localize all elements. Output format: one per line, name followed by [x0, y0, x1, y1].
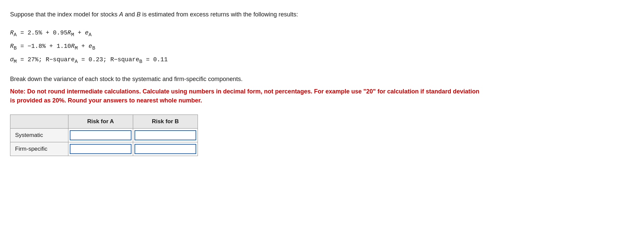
- table-row: Systematic: [10, 129, 198, 142]
- breakdown-paragraph: Break down the variance of each stock to…: [10, 75, 634, 84]
- col-header-risk-a: Risk for A: [68, 115, 133, 129]
- row-label-firm-specific: Firm-specific: [10, 142, 68, 156]
- answer-table-container: Risk for A Risk for B Systematic Firm-sp…: [10, 115, 634, 156]
- col-header-empty: [10, 115, 68, 129]
- firm-specific-risk-a-input[interactable]: [70, 145, 131, 153]
- firm-specific-risk-a-cell[interactable]: [68, 142, 133, 156]
- firm-specific-risk-b-cell[interactable]: [133, 142, 198, 156]
- eq2-label: RB = −1.8% + 1.10RM + eB: [10, 41, 95, 53]
- systematic-risk-b-input[interactable]: [135, 131, 196, 140]
- row-label-systematic: Systematic: [10, 129, 68, 142]
- eq3-label: σM = 27%; R−squareA = 0.23; R−squareB = …: [10, 54, 168, 67]
- firm-specific-risk-b-input[interactable]: [135, 145, 196, 153]
- equations-block: RA = 2.5% + 0.95RM + eA RB = −1.8% + 1.1…: [10, 27, 634, 67]
- risk-table: Risk for A Risk for B Systematic Firm-sp…: [10, 115, 198, 156]
- intro-paragraph: Suppose that the index model for stocks …: [10, 10, 634, 19]
- col-header-risk-b: Risk for B: [133, 115, 198, 129]
- systematic-risk-a-cell[interactable]: [68, 129, 133, 142]
- systematic-risk-a-input[interactable]: [70, 131, 131, 140]
- systematic-risk-b-cell[interactable]: [133, 129, 198, 142]
- note-paragraph: Note: Do not round intermediate calculat…: [10, 87, 480, 105]
- eq1-label: RA = 2.5% + 0.95RM + eA: [10, 27, 92, 40]
- table-row: Firm-specific: [10, 142, 198, 156]
